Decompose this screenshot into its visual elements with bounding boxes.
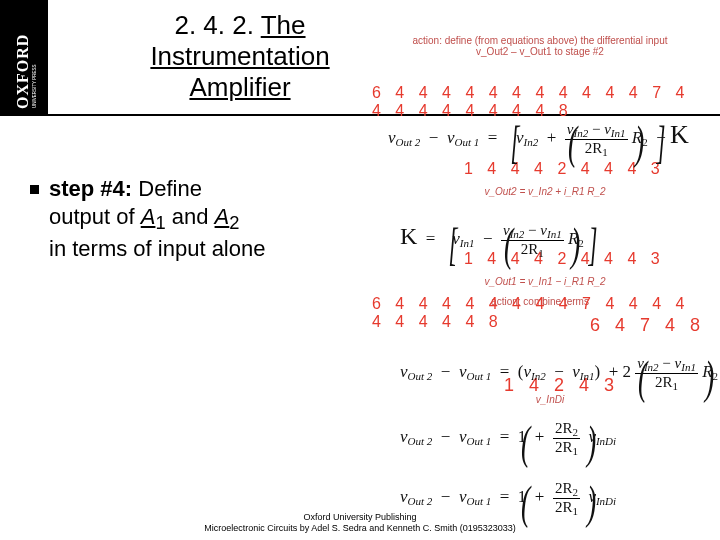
A1: A	[141, 204, 156, 229]
step-rest-2: output of	[49, 204, 141, 229]
A1-sub: 1	[155, 212, 165, 233]
svg-text:UNIVERSITY PRESS: UNIVERSITY PRESS	[32, 65, 37, 108]
slide-root: { "title": { "num": "2. 4. 2. ", "word":…	[0, 0, 720, 540]
footer-line2: Microelectronic Circuits by Adel S. Sedr…	[0, 523, 720, 534]
footer: Oxford University Publishing Microelectr…	[0, 512, 720, 534]
section-title: 2. 4. 2. The Instrumentation Amplifier	[120, 10, 360, 104]
svg-rect-6	[120, 310, 150, 340]
brace-digits-5: 6 4 7 4 8	[590, 315, 705, 336]
annot-row3: v_Out1 = v_In1 − i_R1 R_2	[470, 277, 620, 288]
header-rule	[48, 114, 720, 116]
annot-row2: v_Out2 = v_In2 + i_R1 R_2	[470, 187, 620, 198]
equation-row4: vOut 2 − vOut 1 = ( 1 + 2R2 2R1 ) vInDi	[400, 420, 616, 457]
step-rest-3: in terms of input alone	[30, 235, 310, 263]
title-number: 2. 4. 2.	[174, 10, 260, 40]
annot-row4: action: combine terms	[400, 297, 680, 308]
oxford-logo: OXFORD UNIVERSITY PRESS	[0, 0, 48, 116]
and-word: and	[166, 204, 215, 229]
svg-rect-5	[170, 260, 200, 290]
svg-text:OXFORD: OXFORD	[14, 34, 31, 109]
A2: A	[215, 204, 230, 229]
svg-rect-4	[120, 260, 150, 290]
step-rest-1: Define	[132, 176, 202, 201]
oxford-logo-svg: OXFORD UNIVERSITY PRESS	[6, 6, 42, 110]
annot-top: action: define (from equations above) th…	[400, 36, 680, 57]
bullet-icon	[30, 185, 39, 194]
A2-sub: 2	[229, 212, 239, 233]
equation-row2: K = [ vIn1 − ( vIn2 − vIn1 2R1 ) R2 ]	[400, 222, 584, 259]
footer-line1: Oxford University Publishing	[0, 512, 720, 523]
annot-row5: v_InDi	[490, 395, 610, 406]
equation-row3: vOut 2 − vOut 1 = (vIn2 − vIn1) + 2 ( vI…	[400, 355, 718, 392]
svg-rect-7	[170, 310, 200, 340]
step-description: step #4: Define output of A1 and A2 in t…	[30, 175, 310, 262]
step-lead: step #4:	[49, 176, 132, 201]
equation-row1: vOut 2 − vOut 1 = [ vIn2 + ( vIn2 − vIn1…	[388, 120, 689, 158]
